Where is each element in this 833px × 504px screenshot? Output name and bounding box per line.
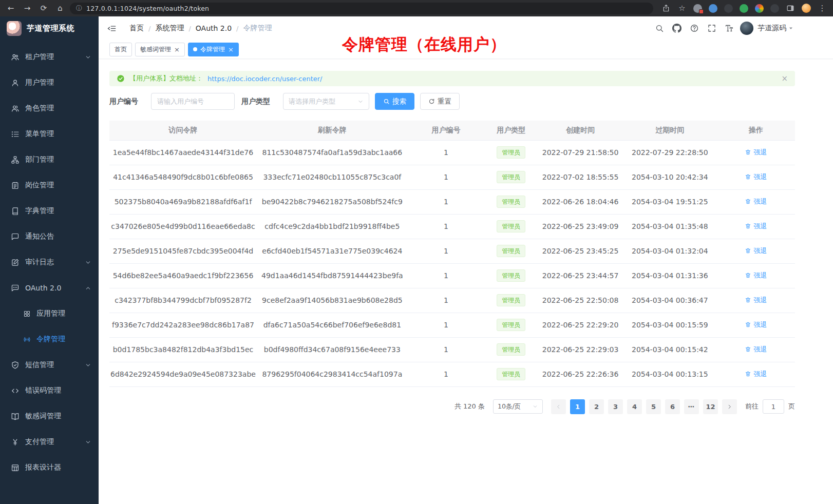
- user-type-cell: 管理员: [484, 214, 538, 239]
- page-button-1[interactable]: 1: [570, 399, 585, 414]
- sidebar-item-notice[interactable]: 通知公告: [0, 224, 99, 249]
- tab-token-management[interactable]: 令牌管理×: [188, 43, 239, 56]
- tab-sensitive-word[interactable]: 敏感词管理×: [135, 43, 185, 56]
- app-logo[interactable]: 芋道管理系统: [0, 16, 99, 40]
- breadcrumb-item[interactable]: 系统管理: [155, 24, 184, 33]
- force-logout-button[interactable]: 强退: [745, 271, 767, 280]
- reset-button-label: 重置: [438, 97, 451, 106]
- force-logout-button[interactable]: 强退: [745, 320, 767, 329]
- page-button-2[interactable]: 2: [589, 399, 604, 414]
- extension-dark-icon[interactable]: [724, 4, 733, 13]
- page-size-select[interactable]: 10条/页: [493, 399, 543, 414]
- home-icon[interactable]: ⌂: [55, 4, 65, 13]
- sidebar-item-label: OAuth 2.0: [25, 284, 85, 292]
- prev-page-button[interactable]: [551, 399, 566, 414]
- sidebar-item-audit-log[interactable]: 审计日志: [0, 249, 99, 275]
- breadcrumb-item[interactable]: 首页: [129, 24, 144, 33]
- chevron-down-icon: [85, 54, 91, 60]
- split-view-icon[interactable]: [786, 4, 795, 12]
- user-type-badge: 管理员: [497, 294, 525, 306]
- force-logout-button[interactable]: 强退: [745, 148, 767, 157]
- user-id-input[interactable]: [151, 93, 235, 110]
- url-text: 127.0.0.1:1024/system/oauth2/token: [86, 5, 209, 12]
- next-page-button[interactable]: [722, 399, 737, 414]
- extension-dark2-icon[interactable]: [770, 4, 779, 13]
- sidebar-item-sensitive-word[interactable]: 敏感词管理: [0, 403, 99, 429]
- tab-home[interactable]: 首页: [109, 43, 132, 56]
- page-button-12[interactable]: 12: [703, 399, 718, 414]
- force-logout-button[interactable]: 强退: [745, 370, 767, 379]
- sidebar-item-tenant[interactable]: 租户管理: [0, 44, 99, 70]
- chevron-down-icon[interactable]: [788, 25, 794, 31]
- sidebar-item-menu[interactable]: 菜单管理: [0, 121, 99, 147]
- sidebar-item-dict[interactable]: 字典管理: [0, 198, 99, 224]
- force-logout-button[interactable]: 强退: [745, 345, 767, 354]
- force-logout-button[interactable]: 强退: [745, 197, 767, 206]
- sidebar-item-post[interactable]: 岗位管理: [0, 172, 99, 198]
- share-icon[interactable]: [661, 4, 671, 12]
- sidebar-item-report-designer[interactable]: 报表设计器: [0, 455, 99, 480]
- force-logout-button[interactable]: 强退: [745, 222, 767, 231]
- browser-menu-icon[interactable]: ⋮: [818, 4, 827, 13]
- goto-page-input[interactable]: [763, 399, 784, 414]
- page-button-3[interactable]: 3: [608, 399, 623, 414]
- sidebar-item-role[interactable]: 角色管理: [0, 95, 99, 121]
- sidebar-item-oauth-app[interactable]: 应用管理: [0, 301, 99, 326]
- extension-colorful-icon[interactable]: [755, 4, 764, 13]
- search-icon[interactable]: [655, 24, 664, 33]
- breadcrumb-item[interactable]: OAuth 2.0: [196, 24, 232, 32]
- sidebar-collapse-icon[interactable]: [107, 24, 117, 33]
- pagination-ellipsis[interactable]: ⋯: [684, 399, 699, 414]
- page-button-5[interactable]: 5: [646, 399, 661, 414]
- search-icon: [383, 98, 390, 105]
- extension-blue-icon[interactable]: [709, 4, 717, 13]
- create-time-cell: 2022-06-25 22:29:03: [538, 337, 623, 362]
- sidebar-menu: 租户管理用户管理角色管理菜单管理部门管理岗位管理字典管理通知公告审计日志OAut…: [0, 44, 99, 480]
- sidebar-item-oauth-token[interactable]: 令牌管理: [0, 326, 99, 352]
- user-type-select[interactable]: 请选择用户类型: [283, 93, 369, 110]
- force-logout-button[interactable]: 强退: [745, 296, 767, 305]
- sidebar-item-label: 短信管理: [25, 360, 85, 370]
- token-icon: [23, 336, 31, 343]
- action-cell: 强退: [717, 288, 795, 313]
- sidebar-item-error-code[interactable]: 错误码管理: [0, 378, 99, 403]
- user-avatar[interactable]: [740, 22, 753, 35]
- extension-green-icon[interactable]: [740, 4, 748, 13]
- sidebar-item-label: 审计日志: [25, 258, 85, 267]
- site-info-icon[interactable]: ⓘ: [76, 4, 82, 13]
- tab-close-icon[interactable]: ×: [174, 46, 180, 53]
- page-button-4[interactable]: 4: [627, 399, 642, 414]
- profile-avatar[interactable]: [802, 4, 811, 13]
- sidebar-item-pay[interactable]: 支付管理: [0, 429, 99, 455]
- breadcrumb: 首页/系统管理/OAuth 2.0/令牌管理: [129, 24, 272, 33]
- github-icon[interactable]: [672, 24, 681, 33]
- url-bar[interactable]: ⓘ 127.0.0.1:1024/system/oauth2/token: [70, 3, 653, 14]
- fullscreen-icon[interactable]: [707, 24, 716, 33]
- reset-button[interactable]: 重置: [420, 93, 460, 110]
- sidebar-item-oauth[interactable]: OAuth 2.0: [0, 275, 99, 301]
- tab-close-icon[interactable]: ×: [228, 46, 234, 53]
- extension-gray-icon[interactable]: [693, 4, 702, 13]
- reload-icon[interactable]: ⟳: [39, 4, 48, 13]
- search-button[interactable]: 搜索: [375, 93, 414, 110]
- sidebar-item-user[interactable]: 用户管理: [0, 70, 99, 95]
- forward-icon[interactable]: →: [23, 4, 32, 13]
- sidebar-item-sms[interactable]: 短信管理: [0, 352, 99, 378]
- sidebar-item-dept[interactable]: 部门管理: [0, 147, 99, 172]
- page-button-6[interactable]: 6: [665, 399, 680, 414]
- question-icon[interactable]: [690, 24, 699, 33]
- trash-icon: [745, 297, 751, 303]
- user-id-cell: 1: [408, 239, 485, 263]
- create-time-cell: 2022-06-25 23:49:09: [538, 214, 623, 239]
- back-icon[interactable]: ←: [6, 4, 15, 13]
- font-size-icon[interactable]: [725, 24, 734, 33]
- doc-link[interactable]: https://doc.iocoder.cn/user-center/: [207, 75, 322, 83]
- force-logout-button[interactable]: 强退: [745, 172, 767, 182]
- chevron-down-icon: [85, 439, 91, 445]
- user-type-badge: 管理员: [497, 171, 525, 183]
- alert-close-icon[interactable]: ×: [781, 74, 788, 83]
- bookmark-star-icon[interactable]: ☆: [677, 4, 687, 13]
- expire-time-cell: 2054-03-04 00:13:15: [623, 362, 717, 386]
- username[interactable]: 芋道源码: [758, 24, 786, 33]
- force-logout-button[interactable]: 强退: [745, 246, 767, 256]
